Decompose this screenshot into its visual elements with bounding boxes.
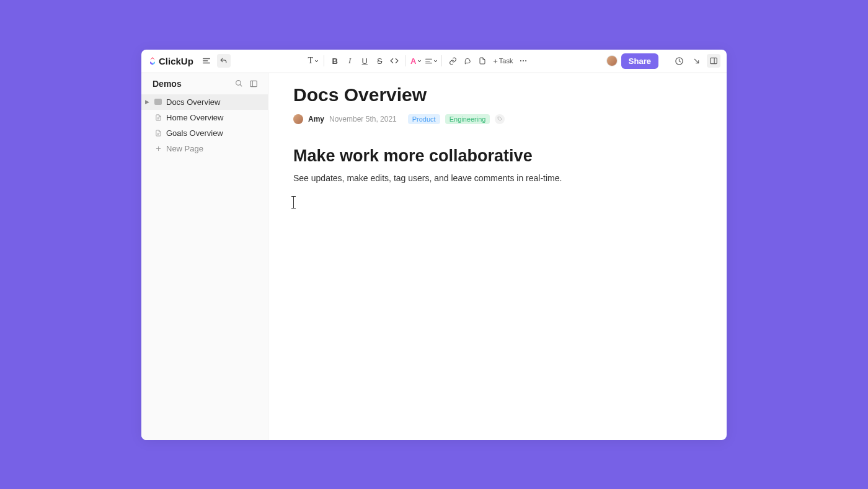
sidebar-title: Demos: [153, 79, 229, 89]
text-cursor: [293, 196, 294, 209]
doc-icon: [154, 113, 162, 122]
body-paragraph[interactable]: See updates, make edits, tag users, and …: [293, 172, 702, 185]
separator: [405, 55, 405, 66]
file-icon: [479, 57, 486, 65]
attach-button[interactable]: [476, 54, 489, 68]
text-style-dropdown[interactable]: T: [306, 54, 320, 68]
more-icon: [519, 56, 528, 65]
code-button[interactable]: [388, 54, 401, 68]
doc-icon: [154, 128, 162, 137]
more-button[interactable]: [516, 54, 530, 68]
sidebar-panel-button[interactable]: [248, 78, 259, 89]
chevron-down-icon: [433, 59, 438, 63]
bold-button[interactable]: B: [328, 54, 342, 68]
top-bar: ClickUp T B I U S A: [141, 50, 727, 73]
logo[interactable]: ClickUp: [148, 56, 193, 66]
sidebar-item-docs-overview[interactable]: ▶ Docs Overview: [141, 94, 268, 110]
user-avatar[interactable]: [606, 55, 618, 66]
section-heading[interactable]: Make work more collaborative: [293, 146, 702, 166]
doc-meta: Amy November 5th, 2021 Product Engineeri…: [293, 114, 702, 124]
sidebar-items: ▶ Docs Overview ▶ Home Overview ▶: [141, 94, 268, 156]
comment-icon: [464, 57, 472, 65]
task-label: Task: [499, 57, 513, 65]
panel-toggle-button[interactable]: [707, 54, 720, 68]
link-icon: [449, 57, 457, 65]
chevron-down-icon: [314, 59, 319, 63]
arrow-diagonal-icon: [693, 57, 701, 65]
sidebar-item-label: Home Overview: [166, 113, 223, 122]
add-tag-button[interactable]: [495, 114, 505, 124]
expand-button[interactable]: [689, 54, 703, 68]
chevron-down-icon: [417, 59, 422, 63]
comment-button[interactable]: [461, 54, 474, 68]
svg-point-0: [520, 60, 521, 61]
svg-rect-6: [250, 81, 257, 86]
tag-product[interactable]: Product: [408, 114, 440, 124]
text-color-button[interactable]: A: [409, 54, 423, 68]
undo-icon: [219, 57, 228, 65]
right-tools: Share: [606, 53, 720, 69]
align-icon: [425, 57, 433, 65]
sidebar-item-label: Docs Overview: [166, 97, 220, 107]
sidebar-item-home-overview[interactable]: ▶ Home Overview: [141, 110, 268, 125]
svg-point-1: [523, 60, 524, 61]
chevron-right-icon: ▶: [144, 99, 150, 105]
logo-icon: [148, 56, 157, 66]
new-page-label: New Page: [166, 144, 203, 153]
doc-date: November 5th, 2021: [329, 115, 397, 123]
align-button[interactable]: [424, 54, 438, 68]
panel-icon: [709, 56, 718, 65]
clock-icon: [675, 56, 684, 66]
body: Demos ▶ Docs Overview ▶: [141, 73, 727, 440]
sidebar-item-goals-overview[interactable]: ▶ Goals Overview: [141, 125, 268, 141]
menu-icon: [202, 56, 211, 65]
logo-text: ClickUp: [159, 56, 193, 66]
history-button[interactable]: [672, 54, 686, 68]
separator: [324, 55, 324, 66]
svg-point-2: [526, 60, 527, 61]
add-task-button[interactable]: + Task: [490, 56, 515, 66]
search-icon: [235, 79, 243, 87]
panel-icon: [249, 79, 258, 88]
sidebar: Demos ▶ Docs Overview ▶: [141, 73, 268, 440]
link-button[interactable]: [446, 54, 459, 68]
sidebar-header: Demos: [141, 73, 268, 94]
underline-button[interactable]: U: [358, 54, 371, 68]
search-button[interactable]: [233, 78, 244, 89]
share-button[interactable]: Share: [621, 53, 658, 69]
italic-button[interactable]: I: [343, 54, 356, 68]
page-title[interactable]: Docs Overview: [293, 84, 702, 105]
tag-engineering[interactable]: Engineering: [445, 114, 490, 124]
author-avatar[interactable]: [293, 114, 303, 124]
code-icon: [390, 56, 399, 65]
tag-icon: [497, 116, 503, 122]
sidebar-item-label: Goals Overview: [166, 128, 223, 138]
menu-toggle-button[interactable]: [200, 54, 213, 68]
plus-icon: [154, 144, 162, 153]
new-page-button[interactable]: New Page: [141, 141, 268, 156]
format-toolbar: T B I U S A: [306, 54, 530, 68]
app-window: ClickUp T B I U S A: [141, 50, 727, 440]
strikethrough-button[interactable]: S: [373, 54, 386, 68]
author-name: Amy: [308, 115, 324, 123]
doc-filled-icon: [154, 97, 162, 106]
svg-rect-4: [711, 58, 717, 63]
main-content[interactable]: Docs Overview Amy November 5th, 2021 Pro…: [268, 73, 727, 440]
separator: [441, 55, 442, 66]
undo-button[interactable]: [217, 54, 231, 68]
